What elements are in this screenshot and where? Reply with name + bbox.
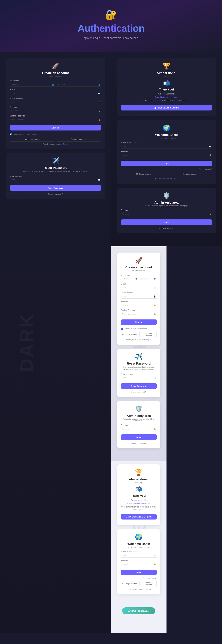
dark-admin-card: 🛡️ Admin-only area You need to provide a…: [117, 188, 216, 234]
light-person2-icon: 👤: [154, 278, 156, 280]
dark-login-password-label: Password: [121, 150, 212, 152]
light-facebook-label: Facebook account: [142, 332, 155, 336]
dark-login-email-input[interactable]: [121, 144, 212, 148]
dark-email-address: fredashboard@hotmail.com: [121, 96, 212, 99]
light-welcome-signup-link[interactable]: Sign up: [145, 588, 151, 590]
light-lock-icon: 🔒: [154, 304, 156, 306]
dark-register-title: Create an account: [10, 71, 101, 75]
hero-title: Authentication: [3, 22, 219, 34]
light-reset-email-input[interactable]: [121, 376, 157, 380]
dark-almost-title: Almost done!: [121, 71, 212, 75]
light-password-input[interactable]: [121, 303, 157, 307]
light-login-password-input[interactable]: [121, 562, 157, 566]
dark-welcome-social-row: G Google account f Facebook account: [121, 172, 212, 176]
light-welcome-subtitle: Let's build something greate: [121, 546, 157, 548]
dark-facebook-label: Facebook account: [72, 138, 86, 140]
light-email-group: E-mail ✉️: [121, 283, 157, 290]
light-signin-row: Already have an account? Sign in: [121, 339, 157, 341]
light-login-email-group: E-mail or phone number ✉️: [121, 550, 157, 558]
dark-welcome-signup-link[interactable]: Sign up: [173, 178, 178, 180]
light-reset-email-label: Email address: [121, 373, 157, 375]
dark-password-input[interactable]: [10, 109, 101, 113]
light-password-group: Password 🔒: [121, 300, 157, 307]
dark-welcome-facebook-label: Facebook account: [183, 173, 197, 175]
light-thankyou-text: Thank you!: [121, 494, 157, 498]
light-welcome-google-button[interactable]: G Google account: [121, 580, 138, 587]
light-welcome-facebook-button[interactable]: f Facebook account: [139, 580, 157, 587]
light-confirm-group: Confirm Password 🔒: [121, 309, 157, 316]
dark-reset-email-label: Email address: [10, 175, 101, 177]
dark-firstname-input[interactable]: [10, 82, 55, 87]
hero-fingerprint-icon: 🔐: [3, 9, 219, 20]
dark-forgot-password-link[interactable]: Forgot password?: [121, 168, 212, 170]
dark-lastname-input[interactable]: [56, 82, 101, 87]
dark-almost-done-card: 🏆 Almost done! Last step 📬 Thank you! We…: [117, 58, 216, 116]
light-signin-link[interactable]: Sign in: [146, 339, 151, 341]
dark-email-label: E-mail: [10, 88, 101, 91]
dark-facebook-icon: f: [71, 138, 71, 140]
light-signup-button[interactable]: Sign up: [121, 320, 157, 325]
dark-welcome-title: Welcome Back!: [121, 133, 212, 137]
light-welcome-social-row: G Google account f Facebook account: [121, 580, 157, 587]
light-admin-card: 🛡️ Admin-only area You need to provide a…: [117, 401, 160, 448]
light-facebook-button[interactable]: f Facebook account: [139, 331, 157, 337]
dark-confirm-group: Confirm Password 🔒: [10, 115, 101, 122]
dark-signup-button[interactable]: Sign up: [10, 125, 101, 130]
dark-admin-password-group: Password 🔒: [121, 209, 212, 216]
light-phone-input[interactable]: [121, 294, 157, 298]
light-google-label: Google account: [125, 333, 137, 335]
dark-admin-password-input[interactable]: [121, 212, 212, 216]
light-instruction-text: Click confirmation link in the email to …: [121, 506, 157, 511]
dark-welcome-google-button[interactable]: G Google account: [121, 172, 166, 176]
dark-reset-card: ✈️ Reset Password Enter your email addre…: [6, 153, 105, 199]
dark-google-label: Google account: [28, 138, 40, 140]
light-login-email-input[interactable]: [121, 553, 157, 558]
dark-welcome-subtitle: Let's build something greate: [121, 137, 212, 139]
dark-phone-label: Phone numbers: [10, 97, 101, 100]
dark-forgot-email-text: Forgot your email ?: [10, 193, 101, 195]
light-reset-button[interactable]: Reset Password: [121, 383, 157, 389]
light-register-subtitle: You are welcome!: [121, 270, 157, 272]
dark-terms-row: I agree with terms & conditions: [10, 133, 101, 135]
light-confirm-button[interactable]: Open Email App & Confirm: [121, 514, 157, 520]
dark-admin-title: Admin-only area: [121, 201, 212, 204]
dark-welcome-facebook-icon: f: [182, 173, 182, 175]
light-confirm-input[interactable]: [121, 312, 157, 316]
dark-email-input[interactable]: [10, 91, 101, 96]
light-lock2-icon: 🔒: [154, 313, 156, 315]
dark-admin-login-button[interactable]: Login: [121, 220, 212, 225]
light-terms-checkbox[interactable]: [121, 328, 123, 330]
light-login-password-group: Password 🔒: [121, 559, 157, 566]
light-login-button[interactable]: Login: [121, 570, 157, 575]
dark-confirm-button[interactable]: Open Email App & Confirm: [121, 105, 212, 110]
dark-welcome-facebook-button[interactable]: f Facebook account: [167, 172, 212, 176]
dark-reset-email-input[interactable]: [10, 178, 101, 182]
light-admin-password-input[interactable]: [121, 427, 157, 431]
light-register-card: 🚀 Create an account You are welcome! You…: [117, 252, 160, 345]
dark-login-password-input[interactable]: [121, 153, 212, 157]
dark-phone-input[interactable]: [10, 100, 101, 104]
dark-reset-button[interactable]: Reset Password: [10, 185, 101, 191]
dark-password-label: Password: [10, 106, 101, 108]
light-forgot-password-link[interactable]: Forgot password?: [121, 577, 157, 579]
dark-login-email-label: E-mail or phone number: [121, 142, 212, 144]
dark-lock-icon: 🔒: [98, 110, 100, 112]
dark-social-row: G Google account f Facebook account: [10, 137, 101, 142]
light-admin-login-button[interactable]: Login: [121, 434, 157, 440]
dark-login-button[interactable]: Login: [121, 161, 212, 166]
light-welcome-google-label: Google account: [125, 583, 137, 584]
light-login-email-icon: ✉️: [154, 554, 156, 556]
light-google-button[interactable]: G Google account: [121, 331, 138, 337]
dark-lock2-icon: 🔒: [98, 119, 100, 121]
dark-signin-link[interactable]: Sign in: [63, 143, 68, 145]
dark-reset-description: Enter your email address and we'll send …: [10, 170, 101, 172]
dark-confirm-input[interactable]: [10, 118, 101, 122]
continue-button[interactable]: And will continue...: [122, 608, 156, 614]
light-password-label: Password: [121, 300, 157, 302]
light-reset-description: Enter your email address and we'll send …: [121, 366, 157, 370]
dark-google-button[interactable]: G Google account: [10, 137, 55, 142]
dark-terms-checkbox[interactable]: [10, 133, 12, 135]
dark-signin-row: Already have an account? Sign in: [10, 143, 101, 145]
light-email-input[interactable]: [121, 286, 157, 290]
dark-facebook-button[interactable]: f Facebook account: [56, 137, 101, 142]
